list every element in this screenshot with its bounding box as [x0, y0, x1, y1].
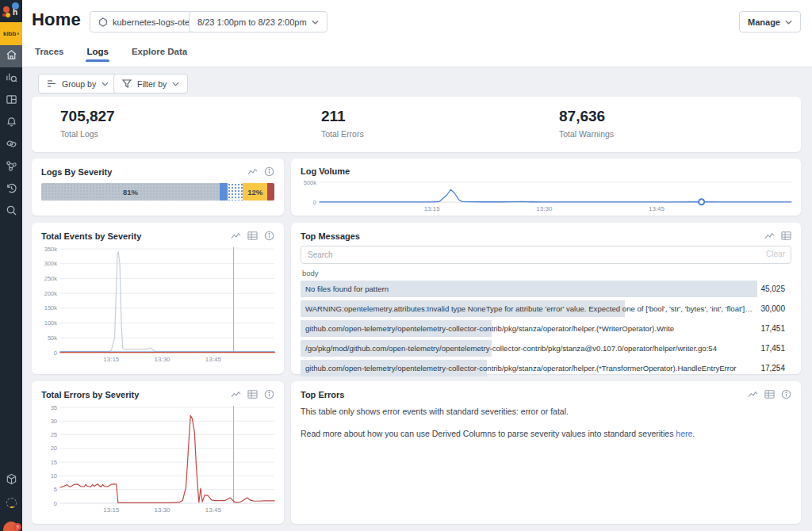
read-more-text: Read more about how you can use Derived …	[301, 429, 676, 438]
alerts-icon	[6, 116, 17, 131]
table-icon[interactable]	[247, 231, 258, 241]
group-by-label: Group by	[62, 79, 96, 89]
svg-text:10: 10	[51, 472, 57, 479]
package-icon	[6, 473, 17, 488]
manage-button[interactable]: Manage	[739, 11, 801, 32]
total-events-chart[interactable]: 050k100k150k200k250k300k350k13:1513:3013…	[32, 244, 284, 365]
line-chart-icon[interactable]	[247, 166, 258, 177]
sidebar-item-usage[interactable]	[0, 491, 22, 514]
tab-bar: Traces Logs Explore Data	[22, 44, 812, 67]
time-range-label: 8/23 1:00pm to 8/23 2:00pm	[197, 17, 307, 27]
sidebar-item-alerts[interactable]	[0, 112, 22, 134]
sidebar-item-packages[interactable]	[0, 469, 22, 491]
sidebar-item-query[interactable]	[0, 67, 22, 90]
chevron-down-icon	[172, 82, 179, 86]
info-icon[interactable]	[781, 389, 791, 399]
sidebar-item-history[interactable]	[0, 178, 22, 201]
message-row[interactable]: github.com/open-telemetry/opentelemetry-…	[301, 320, 791, 337]
table-icon[interactable]	[764, 389, 775, 399]
message-text: No files found for pattern	[305, 285, 389, 293]
line-chart-icon[interactable]	[748, 389, 758, 399]
log-volume-chart[interactable]: 0500k13:1513:3013:45	[291, 178, 801, 214]
tab-explore-data[interactable]: Explore Data	[131, 44, 188, 62]
team-switcher[interactable]: kibb›	[0, 22, 22, 45]
stat-label: Total Logs	[60, 129, 115, 139]
message-count: 17,254	[760, 364, 785, 372]
sidebar-item-slos[interactable]	[0, 134, 22, 156]
info-icon[interactable]	[264, 231, 274, 241]
messages-search-input[interactable]	[301, 246, 791, 264]
line-chart-icon[interactable]	[231, 389, 241, 399]
svg-text:100k: 100k	[44, 319, 58, 327]
info-icon[interactable]	[264, 166, 274, 177]
svg-text:50k: 50k	[48, 334, 57, 342]
panel-top-messages: Top Messages Clear body No files found f…	[291, 223, 801, 374]
svg-text:13:15: 13:15	[103, 506, 120, 514]
panel-logs-by-severity: Logs By Severity 81%12%	[32, 159, 284, 216]
message-row[interactable]: github.com/open-telemetry/opentelemetry-…	[301, 360, 791, 376]
message-row[interactable]: /go/pkg/mod/github.com/open-telemetry/op…	[301, 340, 791, 357]
svg-text:20: 20	[51, 445, 57, 452]
svg-text:13:30: 13:30	[155, 356, 171, 363]
panel-title: Top Messages	[301, 231, 360, 241]
here-link[interactable]: here	[676, 429, 692, 438]
tab-logs[interactable]: Logs	[86, 44, 109, 62]
svg-text:200k: 200k	[44, 290, 58, 297]
severity-segment[interactable]	[220, 183, 228, 201]
severity-segment[interactable]: 81%	[41, 183, 220, 201]
line-chart-icon[interactable]	[764, 231, 775, 241]
panel-title: Total Events by Severity	[41, 231, 141, 241]
svg-text:500k: 500k	[304, 179, 317, 186]
tab-traces[interactable]: Traces	[34, 44, 64, 62]
stat-total-errors: 211 Total Errors	[321, 108, 364, 139]
svg-text:15: 15	[51, 459, 57, 466]
sidebar-item-service-map[interactable]	[0, 156, 22, 178]
svg-text:13:30: 13:30	[155, 506, 171, 514]
team-label: kibb	[3, 30, 16, 37]
read-more-period: .	[692, 429, 695, 438]
svg-text:250k: 250k	[44, 275, 58, 282]
stat-value: 705,827	[60, 108, 115, 125]
total-errors-chart[interactable]: 0510152025303513:1513:3013:45	[32, 403, 284, 515]
severity-segment[interactable]	[267, 183, 274, 201]
panel-title: Logs By Severity	[41, 167, 112, 177]
info-icon[interactable]	[264, 389, 274, 399]
filter-by-label: Filter by	[137, 79, 167, 89]
filter-by-dropdown[interactable]: Filter by	[113, 74, 188, 94]
svg-text:13:45: 13:45	[205, 506, 222, 514]
group-by-icon	[47, 79, 56, 88]
svg-text:25: 25	[51, 431, 57, 438]
clear-search-link[interactable]: Clear	[766, 250, 785, 258]
svg-text:35: 35	[51, 404, 57, 411]
message-count: 45,025	[760, 285, 785, 293]
svg-text:300k: 300k	[44, 260, 58, 267]
sidebar-item-search[interactable]	[0, 201, 22, 223]
content-area: Group by Filter by 705,827 Total Logs 21…	[22, 67, 812, 531]
stat-label: Total Warnings	[559, 129, 614, 139]
message-text: github.com/open-telemetry/opentelemetry-…	[305, 324, 674, 333]
table-icon[interactable]	[247, 389, 258, 399]
sidebar-item-boards[interactable]	[0, 90, 22, 112]
sidebar-item-home[interactable]	[0, 45, 22, 67]
time-range-selector[interactable]: 8/23 1:00pm to 8/23 2:00pm	[189, 11, 327, 32]
help-launcher[interactable]: ?	[3, 521, 19, 531]
line-chart-icon[interactable]	[231, 231, 241, 241]
message-row[interactable]: WARNING:opentelemetry.attributes:Invalid…	[301, 300, 791, 317]
main-area: Home kubernetes-logs-otel 8/23 1:00pm to…	[22, 0, 812, 531]
panel-top-errors: Top Errors This table only shows error e…	[291, 381, 801, 524]
honeycomb-logo[interactable]: h	[0, 0, 22, 22]
top-errors-note: This table only shows error events with …	[291, 403, 801, 418]
message-row[interactable]: No files found for pattern 45,025	[301, 281, 791, 297]
stat-value: 87,636	[559, 108, 614, 125]
group-by-dropdown[interactable]: Group by	[38, 74, 117, 94]
svg-text:13:45: 13:45	[205, 356, 222, 363]
svg-text:350k: 350k	[44, 246, 58, 253]
message-count: 30,000	[760, 304, 785, 313]
search-icon	[6, 204, 17, 220]
stat-total-warnings: 87,636 Total Warnings	[559, 108, 614, 139]
severity-segment[interactable]: 12%	[243, 183, 267, 201]
table-icon[interactable]	[781, 231, 791, 241]
home-icon	[6, 49, 17, 64]
severity-segment[interactable]	[228, 183, 243, 201]
messages-list: No files found for pattern 45,025 WARNIN…	[291, 281, 801, 376]
